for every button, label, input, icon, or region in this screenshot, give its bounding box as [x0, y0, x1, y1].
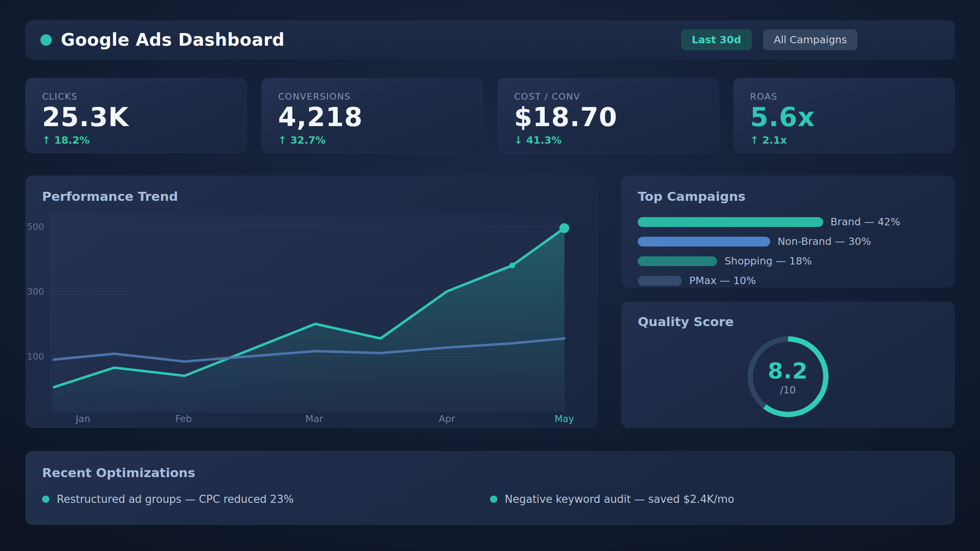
- chart-title: Performance Trend: [42, 189, 178, 204]
- quality-score-card: Quality Score 8.2 /10: [621, 302, 955, 428]
- kpi-label: CLICKS: [42, 91, 230, 102]
- campaign-label: Non-Brand — 30%: [777, 236, 871, 247]
- kpi-label: CONVERSIONS: [278, 91, 466, 102]
- kpi-label: COST / CONV: [514, 91, 702, 102]
- campaign-bar: [638, 276, 682, 286]
- status-dot-icon: [40, 34, 52, 46]
- kpi-card: CLICKS25.3K↑ 18.2%: [25, 78, 247, 153]
- optimization-item: Negative keyword audit — saved $2.4K/mo: [490, 493, 938, 505]
- recent-optimizations-title: Recent Optimizations: [42, 465, 938, 480]
- campaign-row: Brand — 42%: [638, 216, 938, 228]
- quality-score-value: 8.2: [768, 358, 808, 384]
- trend-line-chart: [26, 176, 598, 428]
- kpi-card: ROAS5.6x↑ 2.1x: [733, 78, 955, 153]
- header-bar: Google Ads Dashboard Last 30d All Campai…: [25, 20, 955, 59]
- top-campaigns-title: Top Campaigns: [638, 189, 938, 204]
- bullet-dot-icon: [490, 495, 497, 503]
- performance-trend-card: Performance Trend 100300500 JanFebMarApr…: [25, 176, 597, 428]
- kpi-row: CLICKS25.3K↑ 18.2%CONVERSIONS4,218↑ 32.7…: [25, 78, 955, 153]
- recent-optimizations-card: Recent Optimizations Restructured ad gro…: [25, 451, 955, 525]
- kpi-card: COST / CONV$18.70↓ 41.3%: [497, 78, 719, 153]
- data-point-marker: [510, 262, 515, 268]
- data-point-marker: [559, 223, 569, 233]
- kpi-card: CONVERSIONS4,218↑ 32.7%: [261, 78, 483, 153]
- campaign-row: Shopping — 18%: [638, 255, 938, 267]
- main-row: Performance Trend 100300500 JanFebMarApr…: [25, 176, 955, 428]
- campaign-label: Shopping — 18%: [724, 255, 812, 267]
- kpi-value: 25.3K: [42, 102, 230, 133]
- campaign-bar: [638, 237, 770, 247]
- kpi-delta: ↑ 2.1x: [750, 134, 938, 146]
- campaign-bar: [638, 256, 717, 266]
- optimization-list: Restructured ad groups — CPC reduced 23%…: [42, 493, 938, 505]
- campaign-label: PMax — 10%: [689, 275, 756, 287]
- campaign-bar: [638, 217, 823, 227]
- right-column: Top Campaigns Brand — 42%Non-Brand — 30%…: [621, 176, 955, 428]
- campaign-row: Non-Brand — 30%: [638, 236, 938, 247]
- kpi-delta: ↑ 18.2%: [42, 134, 230, 146]
- campaign-label: Brand — 42%: [831, 216, 900, 228]
- kpi-label: ROAS: [750, 91, 938, 102]
- kpi-delta: ↑ 32.7%: [278, 134, 466, 146]
- top-campaigns-card: Top Campaigns Brand — 42%Non-Brand — 30%…: [621, 176, 955, 287]
- campaign-filter-button[interactable]: All Campaigns: [763, 29, 858, 50]
- quality-score-title: Quality Score: [638, 314, 734, 329]
- optimization-item: Restructured ad groups — CPC reduced 23%: [42, 493, 490, 505]
- quality-score-denominator: /10: [780, 384, 796, 396]
- optimization-text: Negative keyword audit — saved $2.4K/mo: [505, 493, 734, 505]
- page-title: Google Ads Dashboard: [61, 30, 285, 50]
- kpi-value: 5.6x: [750, 102, 938, 133]
- date-range-button[interactable]: Last 30d: [681, 29, 752, 50]
- kpi-delta: ↓ 41.3%: [514, 134, 702, 146]
- quality-score-gauge: 8.2 /10: [748, 336, 829, 417]
- bullet-dot-icon: [42, 495, 49, 503]
- gauge-inner: 8.2 /10: [753, 342, 823, 412]
- campaign-row: PMax — 10%: [638, 275, 938, 287]
- kpi-value: $18.70: [514, 102, 702, 133]
- kpi-value: 4,218: [278, 102, 466, 133]
- optimization-text: Restructured ad groups — CPC reduced 23%: [57, 493, 294, 505]
- dashboard-page: Google Ads Dashboard Last 30d All Campai…: [0, 0, 980, 551]
- campaign-bar-list: Brand — 42%Non-Brand — 30%Shopping — 18%…: [638, 216, 938, 287]
